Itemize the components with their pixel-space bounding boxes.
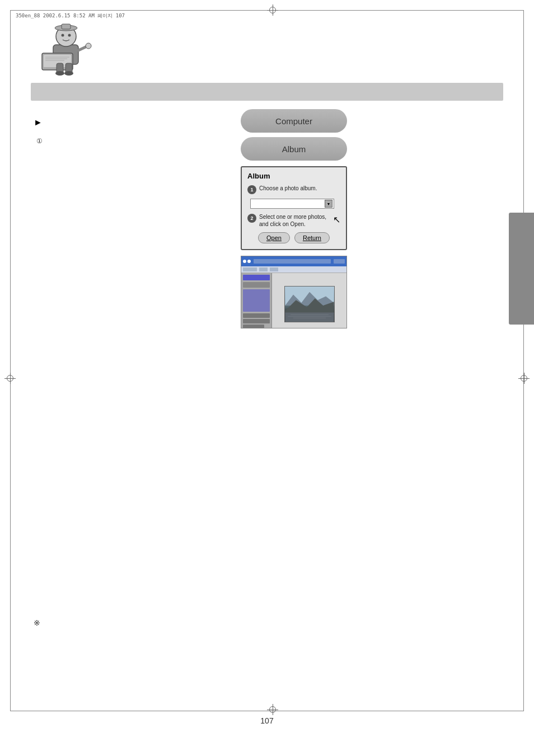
menu-bar [241, 266, 346, 273]
step2-circle: 2 [247, 214, 256, 223]
photo-thumbnail [284, 286, 335, 322]
reg-mark-bottom [267, 704, 278, 715]
album-dialog: Album 1 Choose a photo album. ▼ 2 Select… [241, 166, 347, 250]
cursor-icon: ↖ [333, 214, 340, 225]
computer-button[interactable]: Computer [241, 109, 347, 133]
album-button-label: Album [282, 144, 306, 154]
computer-button-label: Computer [275, 116, 312, 126]
dialog-step2: 2 Select one or more photos, and click o… [247, 213, 340, 228]
svg-point-12 [86, 43, 91, 49]
header-title-bar [31, 83, 503, 101]
screenshot-thumbnail [241, 256, 347, 328]
toolbar-dot-2 [247, 260, 251, 263]
print-metadata: 350en_88 2002.6.15 8:52 AM 페이지 107 [16, 12, 125, 20]
step-number-label: ① [36, 137, 43, 145]
svg-line-11 [78, 46, 87, 50]
toolbar-close [334, 259, 345, 264]
dialog-step1: 1 Choose a photo album. [247, 185, 340, 194]
menu-item-1 [243, 267, 257, 271]
right-panel: Computer Album Album 1 Choose a photo al… [241, 109, 358, 328]
sidebar-text-3 [243, 325, 264, 328]
album-dialog-title: Album [247, 172, 340, 180]
album-dropdown-row: ▼ [250, 199, 340, 209]
svg-point-5 [68, 34, 71, 37]
screenshot-body [241, 273, 346, 328]
side-tab [509, 213, 534, 325]
open-button[interactable]: Open [258, 232, 290, 243]
screenshot-main [272, 273, 346, 328]
album-button[interactable]: Album [241, 137, 347, 161]
album-dropdown[interactable]: ▼ [250, 199, 334, 209]
dropdown-arrow-icon[interactable]: ▼ [325, 200, 332, 208]
return-button[interactable]: Return [294, 232, 330, 243]
screenshot-toolbar [241, 256, 346, 266]
sidebar-item-2 [243, 282, 270, 288]
sidebar-text-1 [243, 313, 270, 318]
reg-mark-top [267, 4, 278, 16]
screenshot-sidebar [241, 273, 272, 328]
page-border-right [523, 10, 524, 711]
menu-item-3 [270, 267, 278, 271]
svg-rect-20 [285, 312, 334, 321]
step1-text: Choose a photo album. [259, 185, 317, 192]
sidebar-text-2 [243, 319, 270, 323]
step2-text: Select one or more photos, and click on … [259, 213, 329, 228]
sidebar-panel [243, 289, 270, 312]
note-symbol: ※ [34, 618, 40, 627]
toolbar-dot-1 [243, 260, 246, 263]
svg-point-4 [62, 34, 64, 37]
sidebar-item-active [243, 275, 270, 280]
left-text-area: ① [36, 126, 227, 145]
menu-item-2 [259, 267, 268, 271]
svg-point-15 [55, 71, 64, 76]
dialog-buttons: Open Return [247, 232, 340, 243]
step1-circle: 1 [247, 185, 256, 194]
svg-rect-3 [62, 24, 71, 29]
page-border-left [10, 10, 11, 711]
reg-mark-right [518, 373, 530, 384]
character-illustration [31, 20, 104, 76]
page-number: 107 [260, 716, 273, 725]
svg-point-16 [64, 71, 73, 76]
reg-mark-left [4, 373, 16, 384]
toolbar-bar [254, 259, 331, 264]
